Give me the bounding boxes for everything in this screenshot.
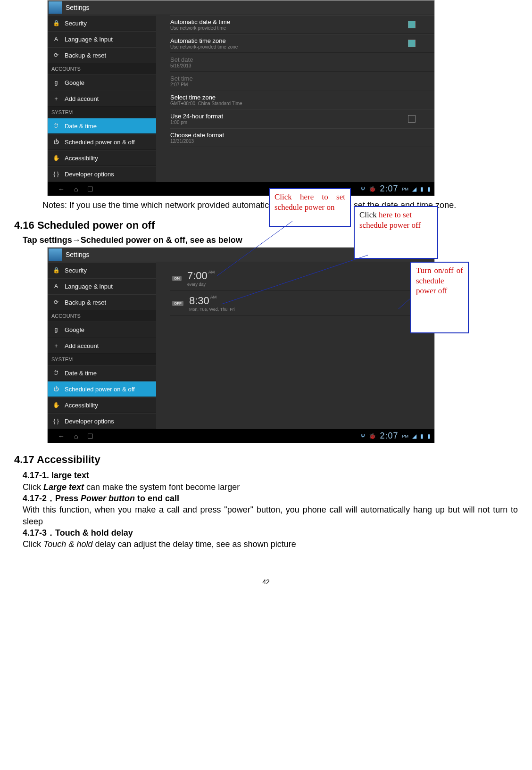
setting-checkbox[interactable] — [408, 115, 416, 123]
setting-row-use-hour-format[interactable]: Use 24-hour format1:00 pm — [170, 109, 434, 128]
debug-icon: 🐞 — [369, 186, 376, 192]
home-icon[interactable]: ⌂ — [74, 185, 78, 193]
lock-icon: 🔒 — [52, 266, 60, 274]
setting-checkbox[interactable] — [408, 21, 416, 28]
app-title: Settings — [63, 251, 90, 258]
sidebar-item-label: Backup & reset — [65, 52, 106, 59]
settings-sidebar: 🔒SecurityALanguage & input⟳Backup & rese… — [48, 262, 156, 429]
status-ampm: PM — [402, 187, 409, 191]
lock-icon: 🔒 — [52, 19, 60, 27]
setting-title: Use 24-hour format — [170, 113, 223, 120]
sidebar-item-accessibility[interactable]: ✋Accessibility — [48, 397, 156, 413]
schedule-badge: OFF — [172, 301, 183, 306]
home-icon[interactable]: ⌂ — [74, 432, 78, 440]
sidebar-item-label: Accessibility — [65, 402, 98, 409]
plus-icon: ＋ — [52, 95, 60, 102]
sidebar-item-language-input[interactable]: ALanguage & input — [48, 31, 156, 47]
signal-icon: ▮ — [420, 433, 424, 439]
sidebar-item-label: Scheduled power on & off — [65, 386, 135, 393]
section-4-17-heading: 4.17 Accessibility — [14, 454, 518, 466]
schedule-ampm: AM — [209, 295, 217, 299]
screenshot-date-time: Settings 🔒SecurityALanguage & input⟳Back… — [47, 0, 435, 196]
sidebar-item-accessibility[interactable]: ✋Accessibility — [48, 150, 156, 166]
schedule-time: 8:30 — [189, 295, 209, 306]
back-icon[interactable]: ← — [58, 432, 65, 440]
A-icon: A — [52, 282, 60, 290]
sidebar-item-label: Developer options — [65, 171, 114, 178]
scheduled-power-pane: ON7:00 AMevery dayOFF8:30 AMMon, Tue, We… — [156, 262, 434, 429]
sidebar-item-scheduled-power-on-off[interactable]: ⏻Scheduled power on & off — [48, 381, 156, 397]
setting-subtitle: 1:00 pm — [170, 120, 223, 125]
braces-icon: { } — [52, 417, 60, 425]
sidebar-header: SYSTEM — [48, 107, 156, 118]
setting-row-automatic-time-zone[interactable]: Automatic time zoneUse network-provided … — [170, 34, 434, 53]
sidebar-item-scheduled-power-on-off[interactable]: ⏻Scheduled power on & off — [48, 134, 156, 150]
usb-icon: Ψ — [360, 186, 365, 192]
setting-row-choose-date-format[interactable]: Choose date format12/31/2013 — [170, 128, 434, 147]
h-4-17-3: 4.17-3．Touch & hold delay — [23, 528, 133, 538]
android-navbar: ← ⌂ ☐ Ψ 🐞 2:07 PM ◢ ▮ ▮ — [48, 182, 434, 196]
power-icon: ⏻ — [52, 138, 60, 146]
sidebar-item-label: Backup & reset — [65, 299, 106, 306]
settings-app-icon — [49, 248, 62, 261]
section-4-16-lead: Tap settings→Scheduled power on & off, s… — [23, 235, 518, 245]
sidebar-item-developer-options[interactable]: { }Developer options — [48, 166, 156, 182]
sidebar-item-developer-options[interactable]: { }Developer options — [48, 413, 156, 429]
schedule-badge: ON — [172, 276, 182, 281]
clock-icon: ⏱ — [52, 369, 60, 377]
clock-icon: ⏱ — [52, 122, 60, 130]
setting-row-select-time-zone[interactable]: Select time zoneGMT+08:00, China Standar… — [170, 91, 434, 109]
recent-icon[interactable]: ☐ — [87, 432, 93, 440]
setting-subtitle: Use network-provided time zone — [170, 44, 238, 50]
battery-icon: ▮ — [427, 433, 431, 439]
setting-row-automatic-date-time[interactable]: Automatic date & timeUse network provide… — [170, 15, 434, 34]
hand-icon: ✋ — [52, 154, 60, 162]
sidebar-header: SYSTEM — [48, 354, 156, 365]
sidebar-item-label: Security — [65, 20, 87, 27]
recent-icon[interactable]: ☐ — [87, 185, 93, 193]
battery-icon: ▮ — [427, 186, 431, 192]
sidebar-item-label: Developer options — [65, 418, 114, 425]
schedule-ampm: AM — [208, 270, 215, 274]
setting-row-set-date: Set date5/16/2013 — [170, 53, 434, 72]
sidebar-item-backup-reset[interactable]: ⟳Backup & reset — [48, 47, 156, 63]
sidebar-item-label: Add account — [65, 95, 99, 102]
sidebar-item-label: Scheduled power on & off — [65, 139, 135, 146]
sidebar-item-label: Google — [65, 326, 84, 333]
schedule-days: every day — [187, 282, 215, 287]
sidebar-item-language-input[interactable]: ALanguage & input — [48, 278, 156, 294]
schedule-row-on[interactable]: ON7:00 AMevery day — [170, 266, 434, 291]
app-title-row: Settings — [48, 0, 434, 15]
schedule-row-off[interactable]: OFF8:30 AMMon, Tue, Wed, Thu, Fri — [170, 291, 434, 316]
sidebar-item-add-account[interactable]: ＋Add account — [48, 91, 156, 107]
setting-checkbox[interactable] — [408, 40, 416, 47]
status-time: 2:07 — [380, 184, 398, 194]
setting-subtitle: 12/31/2013 — [170, 139, 224, 144]
app-title: Settings — [63, 4, 90, 11]
sidebar-item-security[interactable]: 🔒Security — [48, 15, 156, 31]
setting-title: Automatic time zone — [170, 37, 238, 44]
wifi-icon: ◢ — [412, 433, 416, 439]
sidebar-item-add-account[interactable]: ＋Add account — [48, 338, 156, 354]
sidebar-item-date-time[interactable]: ⏱Date & time — [48, 365, 156, 381]
setting-subtitle: GMT+08:00, China Standard Time — [170, 101, 242, 106]
screenshot-scheduled-power: Settings 🔒SecurityALanguage & input⟳Back… — [47, 247, 435, 443]
sidebar-item-google[interactable]: gGoogle — [48, 322, 156, 338]
back-icon[interactable]: ← — [58, 185, 65, 193]
setting-title: Automatic date & time — [170, 18, 230, 25]
h-4-17-1: 4.17-1. large text — [23, 471, 89, 480]
sidebar-item-label: Accessibility — [65, 155, 98, 162]
sidebar-item-security[interactable]: 🔒Security — [48, 262, 156, 278]
sidebar-item-label: Add account — [65, 342, 99, 349]
status-ampm: PM — [402, 434, 409, 439]
wifi-icon: ◢ — [412, 186, 416, 192]
sidebar-item-date-time[interactable]: ⏱Date & time — [48, 118, 156, 134]
g-icon: g — [52, 79, 60, 86]
settings-sidebar: 🔒SecurityALanguage & input⟳Backup & rese… — [48, 15, 156, 182]
sidebar-item-google[interactable]: gGoogle — [48, 75, 156, 91]
section-4-17-body: 4.17-1. large text Click Large text can … — [23, 470, 518, 550]
callout-power-on: Click here to set schedule power on — [269, 188, 351, 227]
sidebar-header: ACCOUNTS — [48, 310, 156, 322]
sidebar-item-backup-reset[interactable]: ⟳Backup & reset — [48, 294, 156, 310]
callout-toggle-power-off: Turn on/off of schedule power off — [410, 262, 469, 333]
